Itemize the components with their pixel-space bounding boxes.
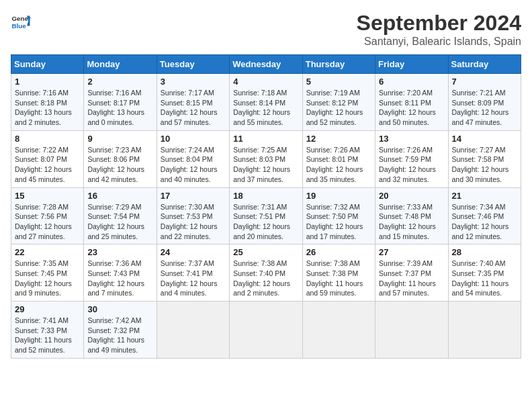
day-info: Sunrise: 7:24 AM Sunset: 8:04 PM Dayligh… <box>161 145 226 185</box>
table-row <box>230 302 302 359</box>
col-friday: Friday <box>375 55 448 74</box>
table-row <box>375 302 448 359</box>
table-row: 7 Sunrise: 7:21 AM Sunset: 8:09 PM Dayli… <box>448 74 521 131</box>
day-info: Sunrise: 7:21 AM Sunset: 8:09 PM Dayligh… <box>452 88 517 128</box>
page-subtitle: Santanyi, Balearic Islands, Spain <box>357 36 521 48</box>
table-row: 5 Sunrise: 7:19 AM Sunset: 8:12 PM Dayli… <box>302 74 375 131</box>
table-row: 29 Sunrise: 7:41 AM Sunset: 7:33 PM Dayl… <box>11 302 84 359</box>
calendar-week-row: 22 Sunrise: 7:35 AM Sunset: 7:45 PM Dayl… <box>11 244 521 302</box>
calendar-week-row: 15 Sunrise: 7:28 AM Sunset: 7:56 PM Dayl… <box>11 187 521 244</box>
calendar-week-row: 29 Sunrise: 7:41 AM Sunset: 7:33 PM Dayl… <box>11 302 521 359</box>
page-title: September 2024 <box>357 11 521 36</box>
day-number: 27 <box>379 247 444 257</box>
day-number: 8 <box>15 134 80 144</box>
table-row: 28 Sunrise: 7:40 AM Sunset: 7:35 PM Dayl… <box>448 244 521 302</box>
table-row: 16 Sunrise: 7:29 AM Sunset: 7:54 PM Dayl… <box>84 187 157 244</box>
calendar-week-row: 8 Sunrise: 7:22 AM Sunset: 8:07 PM Dayli… <box>11 130 521 187</box>
table-row: 24 Sunrise: 7:37 AM Sunset: 7:41 PM Dayl… <box>157 244 229 302</box>
col-thursday: Thursday <box>302 55 375 74</box>
day-number: 21 <box>452 191 517 201</box>
col-saturday: Saturday <box>448 55 521 74</box>
day-number: 29 <box>15 304 80 314</box>
day-number: 16 <box>87 191 152 201</box>
day-number: 5 <box>306 77 371 87</box>
day-info: Sunrise: 7:33 AM Sunset: 7:48 PM Dayligh… <box>379 202 444 242</box>
table-row: 20 Sunrise: 7:33 AM Sunset: 7:48 PM Dayl… <box>375 187 448 244</box>
day-number: 2 <box>87 77 152 87</box>
day-info: Sunrise: 7:37 AM Sunset: 7:41 PM Dayligh… <box>161 259 226 298</box>
table-row: 8 Sunrise: 7:22 AM Sunset: 8:07 PM Dayli… <box>11 130 84 187</box>
col-wednesday: Wednesday <box>230 55 302 74</box>
day-info: Sunrise: 7:22 AM Sunset: 8:07 PM Dayligh… <box>15 145 80 185</box>
day-info: Sunrise: 7:32 AM Sunset: 7:50 PM Dayligh… <box>306 202 371 242</box>
table-row: 21 Sunrise: 7:34 AM Sunset: 7:46 PM Dayl… <box>448 187 521 244</box>
day-info: Sunrise: 7:30 AM Sunset: 7:53 PM Dayligh… <box>161 202 226 242</box>
svg-text:Blue: Blue <box>12 22 27 30</box>
day-info: Sunrise: 7:34 AM Sunset: 7:46 PM Dayligh… <box>452 202 517 242</box>
day-info: Sunrise: 7:20 AM Sunset: 8:11 PM Dayligh… <box>379 88 444 128</box>
table-row: 13 Sunrise: 7:26 AM Sunset: 7:59 PM Dayl… <box>375 130 448 187</box>
day-number: 6 <box>379 77 444 87</box>
day-info: Sunrise: 7:26 AM Sunset: 8:01 PM Dayligh… <box>306 145 371 185</box>
day-number: 10 <box>161 134 226 144</box>
day-number: 7 <box>452 77 517 87</box>
table-row: 9 Sunrise: 7:23 AM Sunset: 8:06 PM Dayli… <box>84 130 157 187</box>
table-row: 2 Sunrise: 7:16 AM Sunset: 8:17 PM Dayli… <box>84 74 157 131</box>
day-info: Sunrise: 7:16 AM Sunset: 8:17 PM Dayligh… <box>87 88 152 128</box>
page-header: General Blue September 2024 Santanyi, Ba… <box>11 11 521 48</box>
day-info: Sunrise: 7:23 AM Sunset: 8:06 PM Dayligh… <box>87 145 152 185</box>
table-row: 30 Sunrise: 7:42 AM Sunset: 7:32 PM Dayl… <box>84 302 157 359</box>
day-info: Sunrise: 7:25 AM Sunset: 8:03 PM Dayligh… <box>233 145 298 185</box>
day-number: 12 <box>306 134 371 144</box>
day-number: 11 <box>233 134 298 144</box>
day-number: 3 <box>161 77 226 87</box>
logo-icon: General Blue <box>11 11 31 31</box>
table-row <box>302 302 375 359</box>
day-info: Sunrise: 7:29 AM Sunset: 7:54 PM Dayligh… <box>87 202 152 242</box>
day-number: 30 <box>87 304 152 314</box>
day-info: Sunrise: 7:26 AM Sunset: 7:59 PM Dayligh… <box>379 145 444 185</box>
table-row: 12 Sunrise: 7:26 AM Sunset: 8:01 PM Dayl… <box>302 130 375 187</box>
day-info: Sunrise: 7:41 AM Sunset: 7:33 PM Dayligh… <box>15 316 80 355</box>
table-row: 18 Sunrise: 7:31 AM Sunset: 7:51 PM Dayl… <box>230 187 302 244</box>
calendar-table: Sunday Monday Tuesday Wednesday Thursday… <box>11 54 521 359</box>
table-row: 3 Sunrise: 7:17 AM Sunset: 8:15 PM Dayli… <box>157 74 229 131</box>
table-row: 17 Sunrise: 7:30 AM Sunset: 7:53 PM Dayl… <box>157 187 229 244</box>
day-info: Sunrise: 7:27 AM Sunset: 7:58 PM Dayligh… <box>452 145 517 185</box>
day-number: 1 <box>15 77 80 87</box>
table-row: 25 Sunrise: 7:38 AM Sunset: 7:40 PM Dayl… <box>230 244 302 302</box>
day-number: 25 <box>233 247 298 257</box>
table-row: 6 Sunrise: 7:20 AM Sunset: 8:11 PM Dayli… <box>375 74 448 131</box>
day-info: Sunrise: 7:40 AM Sunset: 7:35 PM Dayligh… <box>452 259 517 298</box>
day-info: Sunrise: 7:38 AM Sunset: 7:40 PM Dayligh… <box>233 259 298 298</box>
day-info: Sunrise: 7:19 AM Sunset: 8:12 PM Dayligh… <box>306 88 371 128</box>
table-row: 14 Sunrise: 7:27 AM Sunset: 7:58 PM Dayl… <box>448 130 521 187</box>
table-row: 27 Sunrise: 7:39 AM Sunset: 7:37 PM Dayl… <box>375 244 448 302</box>
day-number: 13 <box>379 134 444 144</box>
col-tuesday: Tuesday <box>157 55 229 74</box>
day-info: Sunrise: 7:39 AM Sunset: 7:37 PM Dayligh… <box>379 259 444 298</box>
day-number: 15 <box>15 191 80 201</box>
col-sunday: Sunday <box>11 55 84 74</box>
table-row: 11 Sunrise: 7:25 AM Sunset: 8:03 PM Dayl… <box>230 130 302 187</box>
day-info: Sunrise: 7:31 AM Sunset: 7:51 PM Dayligh… <box>233 202 298 242</box>
calendar-header-row: Sunday Monday Tuesday Wednesday Thursday… <box>11 55 521 74</box>
day-number: 14 <box>452 134 517 144</box>
table-row <box>448 302 521 359</box>
col-monday: Monday <box>84 55 157 74</box>
day-number: 19 <box>306 191 371 201</box>
day-number: 18 <box>233 191 298 201</box>
day-info: Sunrise: 7:38 AM Sunset: 7:38 PM Dayligh… <box>306 259 371 298</box>
day-info: Sunrise: 7:18 AM Sunset: 8:14 PM Dayligh… <box>233 88 298 128</box>
title-block: September 2024 Santanyi, Balearic Island… <box>357 11 521 48</box>
day-number: 24 <box>161 247 226 257</box>
table-row: 26 Sunrise: 7:38 AM Sunset: 7:38 PM Dayl… <box>302 244 375 302</box>
table-row: 23 Sunrise: 7:36 AM Sunset: 7:43 PM Dayl… <box>84 244 157 302</box>
day-number: 17 <box>161 191 226 201</box>
table-row: 22 Sunrise: 7:35 AM Sunset: 7:45 PM Dayl… <box>11 244 84 302</box>
day-info: Sunrise: 7:36 AM Sunset: 7:43 PM Dayligh… <box>87 259 152 298</box>
table-row: 4 Sunrise: 7:18 AM Sunset: 8:14 PM Dayli… <box>230 74 302 131</box>
table-row: 15 Sunrise: 7:28 AM Sunset: 7:56 PM Dayl… <box>11 187 84 244</box>
calendar-week-row: 1 Sunrise: 7:16 AM Sunset: 8:18 PM Dayli… <box>11 74 521 131</box>
day-number: 26 <box>306 247 371 257</box>
